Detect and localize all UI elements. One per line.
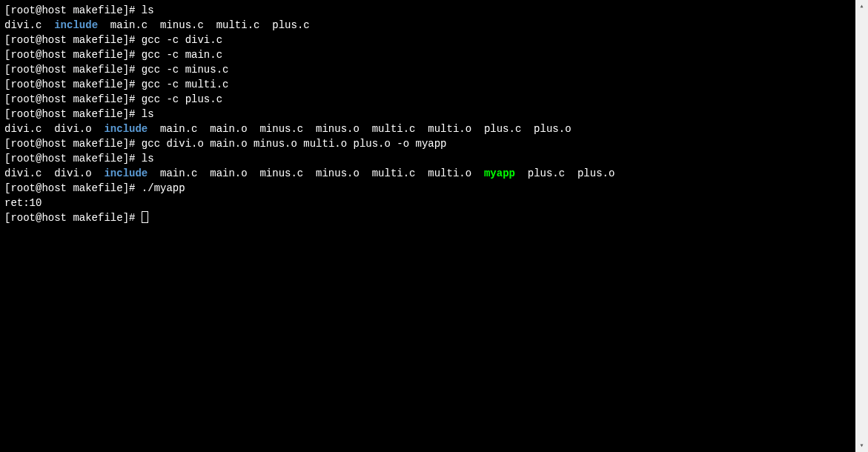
terminal-line: [root@host makefile]# ./myapp [4,181,851,196]
terminal-line: [root@host makefile]# gcc -c minus.c [4,62,851,77]
terminal-line: [root@host makefile]# gcc divi.o main.o … [4,136,851,151]
chevron-up-icon: ▴ [859,0,864,14]
command-text: ./myapp [142,182,185,194]
scrollbar[interactable]: ▴ ▾ [855,0,868,452]
command-text: ls [142,4,154,16]
file-entry: main.c main.o minus.c minus.o multi.c mu… [148,123,571,135]
file-entry: main.c minus.c multi.c plus.c [98,19,310,31]
terminal-line: [root@host makefile]# ls [4,107,851,122]
prompt: [root@host makefile]# [4,138,142,150]
prompt: [root@host makefile]# [4,108,142,120]
command-text: gcc -c minus.c [142,64,229,76]
terminal-line: divi.c divi.o include main.c main.o minu… [4,166,851,181]
prompt: [root@host makefile]# [4,212,142,224]
terminal-line: [root@host makefile]# gcc -c multi.c [4,77,851,92]
terminal-line: [root@host makefile]# ls [4,151,851,166]
terminal-line: ret:10 [4,196,851,210]
prompt: [root@host makefile]# [4,93,142,105]
terminal-output[interactable]: [root@host makefile]# ls divi.c include … [0,0,855,452]
terminal-line: [root@host makefile]# [4,210,851,225]
prompt: [root@host makefile]# [4,4,142,16]
terminal-line: divi.c include main.c minus.c multi.c pl… [4,18,851,33]
executable-entry: myapp [484,167,515,179]
command-text: ls [142,153,154,164]
command-text: gcc divi.o main.o minus.o multi.o plus.o… [142,138,447,150]
prompt: [root@host makefile]# [4,49,142,61]
prompt: [root@host makefile]# [4,64,142,76]
directory-entry: include [104,167,148,179]
terminal-line: [root@host makefile]# gcc -c main.c [4,47,851,62]
prompt: [root@host makefile]# [4,79,142,90]
cursor-icon [142,211,148,223]
file-entry: main.c main.o minus.c minus.o multi.c mu… [148,167,484,179]
directory-entry: include [54,19,98,31]
command-text: gcc -c plus.c [142,93,222,105]
scroll-down-button[interactable]: ▾ [855,439,868,452]
chevron-down-icon: ▾ [859,439,864,453]
command-text: gcc -c main.c [142,49,222,61]
file-entry: plus.c plus.o [515,167,614,179]
terminal-line: [root@host makefile]# gcc -c divi.c [4,33,851,47]
prompt: [root@host makefile]# [4,182,142,194]
command-text: ls [142,108,154,120]
directory-entry: include [104,123,148,135]
terminal-line: [root@host makefile]# ls [4,3,851,18]
terminal-line: [root@host makefile]# gcc -c plus.c [4,92,851,107]
file-entry: divi.c divi.o [4,123,104,135]
prompt: [root@host makefile]# [4,153,142,164]
file-entry: divi.c divi.o [4,167,104,179]
prompt: [root@host makefile]# [4,34,142,46]
scroll-up-button[interactable]: ▴ [855,0,868,13]
output-text: ret:10 [4,197,42,209]
terminal-line: divi.c divi.o include main.c main.o minu… [4,122,851,136]
file-entry: divi.c [4,19,54,31]
command-text: gcc -c divi.c [142,34,222,46]
command-text: gcc -c multi.c [142,79,229,90]
